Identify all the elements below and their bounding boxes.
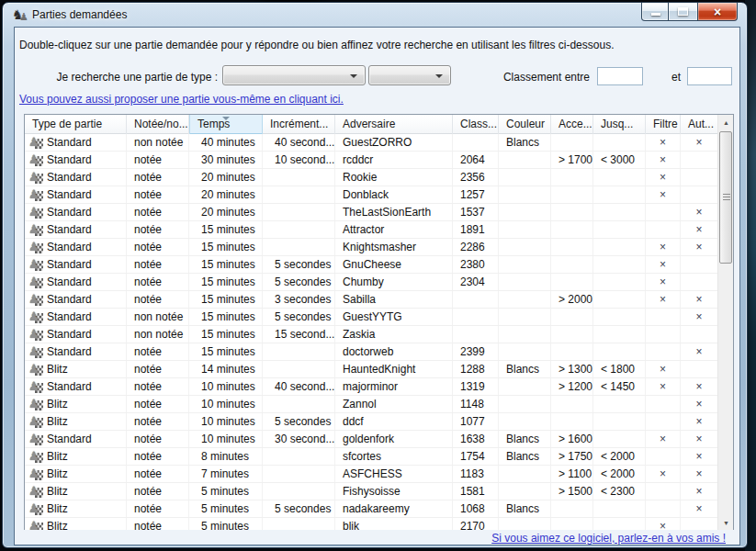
cell-accepts-above	[551, 186, 593, 203]
column-header-accepts-above[interactable]: Acce...	[551, 115, 593, 134]
cell-text: Blitz	[47, 396, 68, 412]
table-row[interactable]: ♟Standardnotée15 minutesAttractor1891×	[25, 221, 719, 239]
table-row[interactable]: ♟Blitznotée14 minutesHauntedKnight1288Bl…	[25, 361, 719, 378]
scroll-down-button[interactable]: ▼	[718, 515, 734, 531]
cell-type: ♟Standard	[25, 343, 127, 360]
game-type-select[interactable]	[222, 65, 366, 85]
cell-increment: 5 secondes	[263, 500, 335, 517]
column-header-filter[interactable]: Filtre	[646, 115, 681, 134]
column-header-auto[interactable]: Aut...	[681, 115, 718, 134]
cell-increment	[263, 239, 335, 255]
table-row[interactable]: ♟Blitznotée10 minutes5 secondesddcf1077×	[25, 413, 719, 431]
column-header-type[interactable]: Type de partie	[25, 115, 127, 134]
vertical-scrollbar[interactable]: ▲ ▼	[717, 115, 733, 531]
cell-up-to	[593, 326, 646, 343]
cell-text: notée	[134, 188, 162, 201]
maximize-button[interactable]	[669, 3, 697, 21]
table-row[interactable]: ♟Blitznotée5 minutes5 secondesnadakareem…	[25, 500, 719, 518]
cell-text: ×	[695, 450, 702, 463]
chess-pawn-icon: ♟	[28, 206, 43, 219]
cell-text: notée	[134, 206, 162, 219]
cell-text: ×	[695, 380, 702, 393]
scroll-up-button[interactable]: ▲	[718, 115, 734, 130]
close-button[interactable]: ×	[697, 3, 738, 21]
table-row[interactable]: ♟Standardnotée20 minutesRookie2356×	[25, 169, 719, 186]
game-subtype-select[interactable]	[368, 65, 451, 85]
cell-text: ×	[695, 310, 702, 323]
column-header-color[interactable]: Couleur	[499, 115, 551, 134]
chess-pawn-icon: ♟	[28, 363, 43, 377]
table-row[interactable]: ♟Blitznotée10 minutesZannol1148×	[25, 396, 719, 413]
rating-min-input[interactable]	[597, 67, 643, 85]
cell-type: ♟Standard	[25, 239, 127, 255]
table-row[interactable]: ♟Standardnotée10 minutes40 second...majo…	[25, 378, 719, 396]
chevron-down-icon	[350, 74, 357, 78]
minimize-button[interactable]	[641, 3, 669, 21]
title-bar[interactable]: ♞♟ Parties demandées ×	[3, 3, 747, 27]
cell-accepts-above	[551, 256, 593, 273]
cell-filter: ×	[646, 239, 681, 255]
table-row[interactable]: ♟Blitznotée5 minutesFishysoisse1581> 150…	[25, 483, 719, 500]
cell-text: 1581	[460, 485, 485, 498]
table-row[interactable]: ♟Standardnotée15 minutesdoctorweb2399×	[25, 343, 719, 361]
table-row[interactable]: ♟Standardnotée15 minutes5 secondesGnuChe…	[25, 256, 719, 274]
cell-adversary: Chumby	[335, 274, 453, 290]
table-row[interactable]: ♟Standardnotée20 minutesTheLastSionEarth…	[25, 204, 719, 221]
scroll-thumb[interactable]	[719, 131, 732, 264]
cell-type: ♟Standard	[25, 186, 127, 203]
cell-type: ♟Standard	[25, 221, 127, 238]
cell-adversary: TheLastSionEarth	[335, 204, 453, 220]
cell-color	[499, 378, 551, 395]
cell-accepts-above	[551, 204, 593, 220]
cell-type: ♟Standard	[25, 169, 127, 186]
table-row[interactable]: ♟Blitznotée8 minutessfcortes1754Blancs> …	[25, 448, 719, 466]
rating-max-input[interactable]	[687, 67, 732, 85]
table-row[interactable]: ♟Standardnotée15 minutesKnightsmasher228…	[25, 239, 719, 256]
column-header-label: Notée/no...	[134, 118, 188, 130]
cell-text: Fishysoisse	[343, 485, 401, 498]
cell-up-to: < 2000	[593, 466, 646, 482]
table-row[interactable]: ♟Blitznotée7 minutesASFCHESS1183> 1100< …	[25, 466, 719, 483]
cell-text: 15 minutes	[201, 345, 255, 358]
table-row[interactable]: ♟Standardnotée15 minutes5 secondesChumby…	[25, 274, 719, 291]
column-header-time[interactable]: Temps	[189, 115, 263, 134]
cell-rating: 2304	[453, 274, 499, 290]
propose-game-link[interactable]: Vous pouvez aussi proposer une partie vo…	[19, 93, 344, 106]
cell-text: ×	[660, 363, 666, 376]
cell-text: 10 minutes	[201, 398, 255, 410]
cell-filter	[646, 326, 681, 343]
cell-text: Blitz	[47, 413, 68, 430]
table-row[interactable]: ♟Standardnotée20 minutesDonblack1257×	[25, 186, 719, 204]
cell-filter	[646, 204, 681, 220]
cell-text: > 1750	[559, 450, 592, 463]
table-row[interactable]: ♟Standardnon notée15 minutes5 secondesGu…	[25, 309, 719, 326]
table-row[interactable]: ♟Standardnotée15 minutes3 secondesSabill…	[25, 291, 719, 309]
game-type-label: Je recherche une partie de type :	[15, 71, 218, 84]
column-header-rated[interactable]: Notée/no...	[127, 115, 189, 134]
table-row[interactable]: ♟Standardnon notée40 minutes40 second...…	[25, 134, 719, 152]
cell-auto: ×	[681, 378, 718, 395]
cell-accepts-above	[551, 221, 593, 238]
column-header-increment[interactable]: Incrément...	[263, 115, 335, 134]
share-link[interactable]: Si vous aimez ce logiciel, parlez-en à v…	[491, 532, 726, 545]
cell-up-to	[593, 204, 646, 220]
cell-type: ♟Standard	[25, 274, 127, 290]
cell-type: ♟Standard	[25, 204, 127, 220]
column-header-up-to[interactable]: Jusq...	[593, 115, 646, 134]
cell-text: Blancs	[506, 363, 539, 376]
column-header-rating[interactable]: Class...	[453, 115, 499, 134]
table-row[interactable]: ♟Standardnon notée15 minutes15 second...…	[25, 326, 719, 343]
cell-up-to	[593, 291, 646, 308]
table-row[interactable]: ♟Standardnotée30 minutes10 second...rcdd…	[25, 152, 719, 169]
cell-type: ♟Standard	[25, 326, 127, 343]
column-header-adversary[interactable]: Adversaire	[335, 115, 453, 134]
cell-time: 7 minutes	[189, 466, 263, 482]
cell-text: 10 minutes	[201, 433, 255, 445]
cell-increment	[263, 204, 335, 220]
cell-accepts-above: > 1500	[551, 483, 593, 500]
cell-rating	[453, 326, 499, 343]
cell-text: notée	[134, 293, 162, 306]
cell-text: Standard	[47, 186, 92, 203]
cell-time: 15 minutes	[189, 291, 263, 308]
table-row[interactable]: ♟Standardnotée10 minutes30 second...gold…	[25, 431, 719, 448]
